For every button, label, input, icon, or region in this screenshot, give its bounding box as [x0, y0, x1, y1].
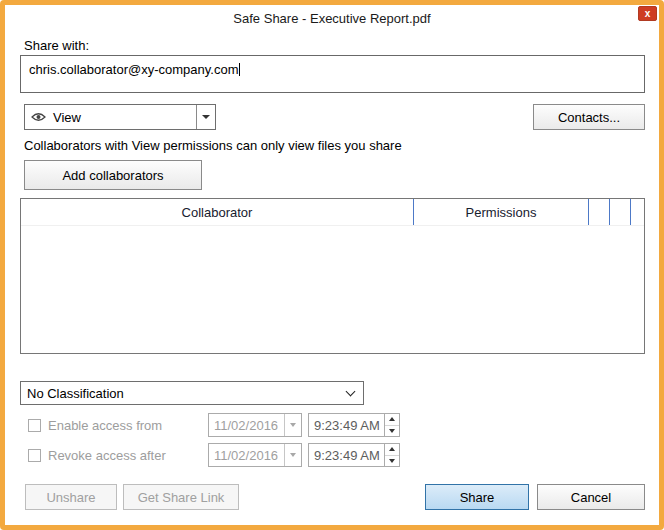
- collaborator-table-header: Collaborator Permissions: [21, 199, 644, 226]
- share-with-label: Share with:: [24, 38, 645, 54]
- share-with-value: chris.collaborator@xy-company.com: [29, 62, 238, 77]
- chevron-down-icon[interactable]: [196, 105, 215, 129]
- enable-access-checkbox[interactable]: [28, 419, 41, 432]
- permission-hint: Collaborators with View permissions can …: [24, 138, 645, 153]
- chevron-down-icon: [346, 386, 356, 396]
- revoke-after-time-picker[interactable]: 9:23:49 AM: [308, 443, 400, 467]
- enable-access-label: Enable access from: [48, 418, 208, 433]
- enable-from-date-picker[interactable]: 11/02/2016: [208, 413, 302, 437]
- classification-dropdown[interactable]: No Classification: [20, 381, 364, 405]
- footer-buttons: Unshare Get Share Link Share Cancel: [20, 484, 645, 510]
- revoke-after-date-picker[interactable]: 11/02/2016: [208, 443, 302, 467]
- spin-up-icon[interactable]: [385, 444, 399, 455]
- enable-from-time-picker[interactable]: 9:23:49 AM: [308, 413, 400, 437]
- spin-down-icon[interactable]: [385, 455, 399, 467]
- collaborator-column-header[interactable]: Collaborator: [21, 199, 414, 225]
- titlebar: Safe Share - Executive Report.pdf x: [5, 5, 659, 31]
- eye-icon: [25, 112, 51, 122]
- safe-share-dialog: Safe Share - Executive Report.pdf x Shar…: [0, 0, 664, 530]
- extra-column-header-2: [610, 199, 631, 225]
- classification-value: No Classification: [27, 386, 124, 401]
- spin-down-icon[interactable]: [385, 425, 399, 437]
- calendar-dropdown-icon: [284, 414, 301, 436]
- collaborator-table-body: [21, 226, 644, 353]
- permission-value: View: [51, 110, 196, 125]
- enable-from-date-value: 11/02/2016: [209, 418, 284, 433]
- close-button[interactable]: x: [638, 6, 657, 21]
- permission-dropdown[interactable]: View: [24, 104, 216, 130]
- text-caret: [239, 63, 240, 76]
- window-title: Safe Share - Executive Report.pdf: [233, 11, 430, 26]
- revoke-access-checkbox[interactable]: [28, 449, 41, 462]
- cancel-button[interactable]: Cancel: [537, 484, 645, 510]
- share-with-input[interactable]: chris.collaborator@xy-company.com: [20, 55, 645, 93]
- permissions-column-header[interactable]: Permissions: [414, 199, 589, 225]
- revoke-access-label: Revoke access after: [48, 448, 208, 463]
- contacts-button[interactable]: Contacts...: [533, 104, 645, 130]
- extra-column-header-1: [589, 199, 610, 225]
- enable-from-time-value: 9:23:49 AM: [309, 414, 384, 436]
- time-spinner: [384, 414, 399, 436]
- add-collaborators-button[interactable]: Add collaborators: [24, 160, 202, 190]
- permission-row: View Contacts...: [20, 104, 645, 130]
- collaborator-table: Collaborator Permissions: [20, 198, 645, 354]
- time-spinner: [384, 444, 399, 466]
- get-share-link-button[interactable]: Get Share Link: [123, 484, 239, 510]
- spin-up-icon[interactable]: [385, 414, 399, 425]
- close-icon: x: [645, 8, 651, 20]
- dialog-content: Share with: chris.collaborator@xy-compan…: [5, 31, 659, 510]
- revoke-after-date-value: 11/02/2016: [209, 448, 284, 463]
- unshare-button[interactable]: Unshare: [25, 484, 117, 510]
- calendar-dropdown-icon: [284, 444, 301, 466]
- share-button[interactable]: Share: [425, 484, 529, 510]
- revoke-access-row: Revoke access after 11/02/2016 9:23:49 A…: [20, 442, 645, 468]
- revoke-after-time-value: 9:23:49 AM: [309, 444, 384, 466]
- enable-access-row: Enable access from 11/02/2016 9:23:49 AM: [20, 412, 645, 438]
